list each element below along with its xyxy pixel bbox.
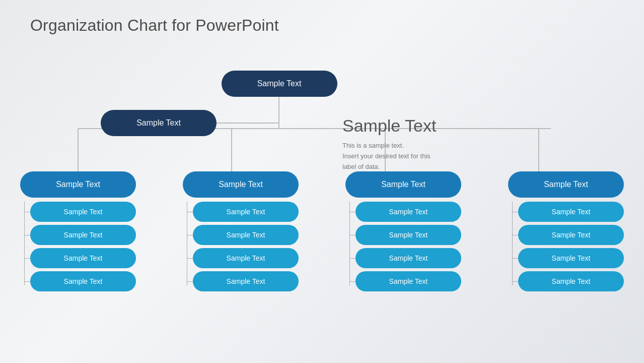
side-label-description: This is a sample text.Insert your desire… — [342, 141, 488, 172]
col-1-child-1: Sample Text — [30, 202, 136, 222]
col-3-child-2: Sample Text — [355, 225, 461, 245]
col-3-child-4: Sample Text — [355, 271, 461, 291]
side-label-title: Sample Text — [342, 116, 488, 136]
column-2: Sample Text Sample Text Sample Text Samp… — [183, 171, 299, 291]
side-node: Sample Text — [101, 110, 217, 136]
column-4: Sample Text Sample Text Sample Text Samp… — [508, 171, 624, 291]
chart-area: Sample Text Sample Text Sample Text This… — [0, 55, 644, 353]
col-1-header: Sample Text — [20, 171, 136, 198]
top-node: Sample Text — [222, 71, 337, 97]
col-2-children: Sample Text Sample Text Sample Text Samp… — [183, 202, 299, 291]
col-1-child-2: Sample Text — [30, 225, 136, 245]
column-3: Sample Text Sample Text Sample Text Samp… — [345, 171, 461, 291]
col-4-header: Sample Text — [508, 171, 624, 198]
col-2-child-1: Sample Text — [193, 202, 299, 222]
col-2-child-2: Sample Text — [193, 225, 299, 245]
col-2-child-4: Sample Text — [193, 271, 299, 291]
col-4-children: Sample Text Sample Text Sample Text Samp… — [508, 202, 624, 291]
col-3-child-3: Sample Text — [355, 248, 461, 268]
col-1-child-3: Sample Text — [30, 248, 136, 268]
col-2-child-3: Sample Text — [193, 248, 299, 268]
col-3-children: Sample Text Sample Text Sample Text Samp… — [345, 202, 461, 291]
page-title: Organization Chart for PowerPoint — [30, 16, 279, 35]
col-4-child-1: Sample Text — [518, 202, 624, 222]
col-3-child-1: Sample Text — [355, 202, 461, 222]
col-1-child-4: Sample Text — [30, 271, 136, 291]
col-4-child-3: Sample Text — [518, 248, 624, 268]
column-1: Sample Text Sample Text Sample Text Samp… — [20, 171, 136, 291]
col-3-header: Sample Text — [345, 171, 461, 198]
side-text-block: Sample Text This is a sample text.Insert… — [342, 116, 488, 172]
columns-container: Sample Text Sample Text Sample Text Samp… — [20, 171, 624, 291]
col-4-child-4: Sample Text — [518, 271, 624, 291]
col-1-children: Sample Text Sample Text Sample Text Samp… — [20, 202, 136, 291]
col-2-header: Sample Text — [183, 171, 299, 198]
col-4-child-2: Sample Text — [518, 225, 624, 245]
